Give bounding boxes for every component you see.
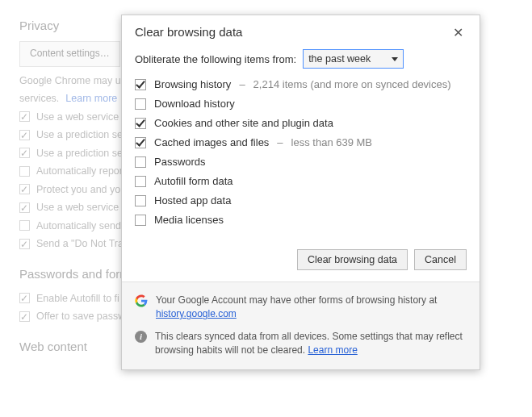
bg-checkbox-label: Use a web service t: [36, 198, 124, 217]
checkbox[interactable]: [135, 156, 146, 168]
bg-checkbox-label: Use a web service t: [36, 108, 124, 127]
bg-checkbox: [19, 148, 30, 158]
checkbox-label: Media licenses: [154, 214, 224, 226]
checkbox-row: Passwords: [135, 156, 467, 168]
checkbox-label: Passwords: [154, 156, 206, 168]
checkbox-row: Cached images and files – less than 639 …: [135, 136, 467, 148]
learn-more-link[interactable]: Learn more: [308, 344, 357, 356]
checkbox-label: Cached images and files: [154, 136, 269, 148]
checkbox[interactable]: [135, 98, 146, 110]
dialog-title: Clear browsing data: [135, 25, 242, 39]
checkbox-row: Cookies and other site and plugin data: [135, 117, 467, 129]
bg-checkbox-label: Use a prediction ser: [36, 126, 126, 144]
bg-checkbox: [19, 220, 30, 231]
bg-checkbox: [19, 239, 30, 249]
checkbox-row: Autofill form data: [135, 175, 467, 187]
checkbox-hint: less than 639 MB: [291, 136, 372, 148]
bg-checkbox: [19, 293, 30, 303]
clear-browsing-data-dialog: Clear browsing data ✕ Obliterate the fol…: [121, 15, 480, 370]
timerange-select[interactable]: the past week: [303, 49, 404, 69]
bg-checkbox: [19, 311, 30, 322]
checkbox-label: Hosted app data: [154, 194, 231, 206]
checkbox-row: Hosted app data: [135, 194, 467, 206]
learn-more-link: Learn more: [65, 90, 117, 108]
privacy-desc: Google Chrome may us: [19, 72, 126, 90]
bg-checkbox: [19, 130, 30, 140]
google-icon: [135, 294, 148, 307]
checkbox-hint-sep: –: [277, 136, 283, 148]
timerange-label: Obliterate the following items from:: [135, 53, 296, 65]
chevron-down-icon: [392, 57, 398, 61]
info1-text: Your Google Account may have other forms…: [156, 294, 437, 306]
bg-checkbox: [19, 184, 30, 194]
checkbox-hint-sep: –: [239, 78, 245, 90]
bg-checkbox-label: Enable Autofill to fi: [36, 290, 119, 308]
bg-checkbox-label: Send a "Do Not Tra: [36, 235, 124, 253]
checkbox-label: Cookies and other site and plugin data: [154, 117, 333, 129]
checkbox-row: Media licenses: [135, 214, 467, 226]
checkbox[interactable]: [135, 79, 146, 90]
info-panel: Your Google Account may have other forms…: [122, 281, 480, 369]
bg-checkbox-label: Automatically send: [36, 217, 121, 236]
history-google-link[interactable]: history.google.com: [156, 308, 237, 319]
checkbox-row: Download history: [135, 98, 467, 110]
bg-checkbox: [19, 166, 30, 177]
checkbox-row: Browsing history – 2,214 items (and more…: [135, 78, 467, 90]
clear-browsing-data-button[interactable]: Clear browsing data: [297, 249, 408, 270]
checkbox-label: Download history: [154, 98, 235, 110]
close-icon[interactable]: ✕: [450, 25, 467, 41]
info-icon: i: [135, 331, 147, 343]
checkbox-label: Autofill form data: [154, 175, 233, 187]
bg-checkbox: [19, 202, 30, 213]
checkbox[interactable]: [135, 176, 146, 187]
bg-checkbox-label: Use a prediction ser: [36, 144, 126, 163]
checkbox[interactable]: [135, 118, 146, 129]
cancel-button[interactable]: Cancel: [414, 249, 467, 270]
checkbox[interactable]: [135, 215, 146, 226]
content-settings-button: Content settings…: [19, 41, 120, 67]
checkbox[interactable]: [135, 137, 146, 148]
timerange-value: the past week: [308, 53, 371, 65]
checkbox-hint: 2,214 items (and more on synced devices): [253, 78, 451, 90]
bg-checkbox-label: Automatically repor: [36, 162, 123, 181]
bg-checkbox-label: Offer to save passw: [36, 307, 125, 326]
bg-checkbox: [19, 111, 30, 122]
bg-checkbox-label: Protect you and you: [36, 181, 126, 199]
checkbox[interactable]: [135, 195, 146, 206]
checkbox-label: Browsing history: [154, 78, 231, 90]
